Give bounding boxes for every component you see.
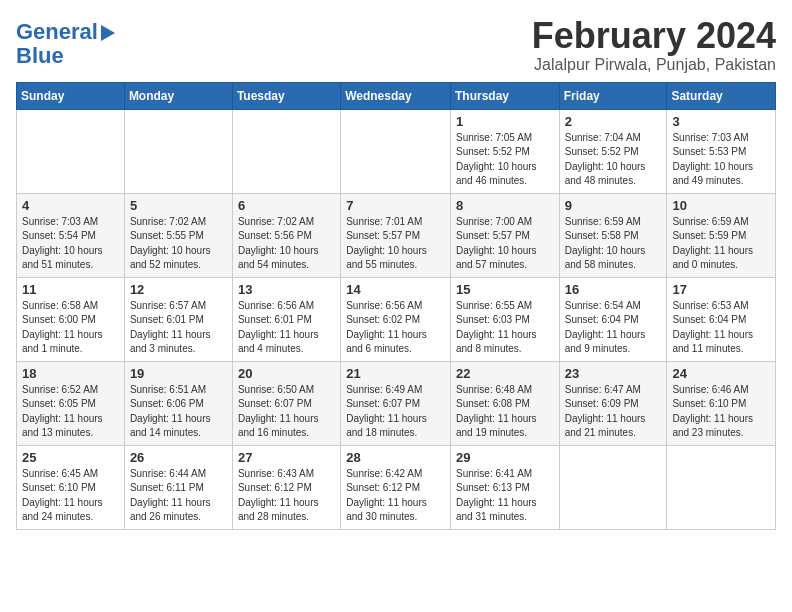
day-cell: [17, 109, 125, 193]
day-number: 23: [565, 366, 662, 381]
day-info: Sunrise: 7:04 AM Sunset: 5:52 PM Dayligh…: [565, 131, 662, 189]
day-info: Sunrise: 7:02 AM Sunset: 5:56 PM Dayligh…: [238, 215, 335, 273]
day-info: Sunrise: 6:58 AM Sunset: 6:00 PM Dayligh…: [22, 299, 119, 357]
logo-arrow-icon: [101, 25, 115, 41]
day-cell: 18Sunrise: 6:52 AM Sunset: 6:05 PM Dayli…: [17, 361, 125, 445]
day-cell: 12Sunrise: 6:57 AM Sunset: 6:01 PM Dayli…: [124, 277, 232, 361]
day-info: Sunrise: 6:45 AM Sunset: 6:10 PM Dayligh…: [22, 467, 119, 525]
day-info: Sunrise: 7:02 AM Sunset: 5:55 PM Dayligh…: [130, 215, 227, 273]
col-monday: Monday: [124, 82, 232, 109]
day-info: Sunrise: 6:48 AM Sunset: 6:08 PM Dayligh…: [456, 383, 554, 441]
day-cell: 11Sunrise: 6:58 AM Sunset: 6:00 PM Dayli…: [17, 277, 125, 361]
day-info: Sunrise: 6:53 AM Sunset: 6:04 PM Dayligh…: [672, 299, 770, 357]
day-info: Sunrise: 6:42 AM Sunset: 6:12 PM Dayligh…: [346, 467, 445, 525]
day-number: 24: [672, 366, 770, 381]
day-info: Sunrise: 6:43 AM Sunset: 6:12 PM Dayligh…: [238, 467, 335, 525]
logo: General Blue: [16, 20, 115, 68]
week-row-1: 1Sunrise: 7:05 AM Sunset: 5:52 PM Daylig…: [17, 109, 776, 193]
day-number: 10: [672, 198, 770, 213]
day-cell: 4Sunrise: 7:03 AM Sunset: 5:54 PM Daylig…: [17, 193, 125, 277]
col-tuesday: Tuesday: [232, 82, 340, 109]
day-info: Sunrise: 6:41 AM Sunset: 6:13 PM Dayligh…: [456, 467, 554, 525]
day-info: Sunrise: 7:03 AM Sunset: 5:53 PM Dayligh…: [672, 131, 770, 189]
day-info: Sunrise: 6:46 AM Sunset: 6:10 PM Dayligh…: [672, 383, 770, 441]
day-info: Sunrise: 6:57 AM Sunset: 6:01 PM Dayligh…: [130, 299, 227, 357]
calendar-title: February 2024: [532, 16, 776, 56]
day-number: 16: [565, 282, 662, 297]
day-number: 11: [22, 282, 119, 297]
day-info: Sunrise: 6:55 AM Sunset: 6:03 PM Dayligh…: [456, 299, 554, 357]
day-cell: 25Sunrise: 6:45 AM Sunset: 6:10 PM Dayli…: [17, 445, 125, 529]
day-cell: 27Sunrise: 6:43 AM Sunset: 6:12 PM Dayli…: [232, 445, 340, 529]
calendar-table: Sunday Monday Tuesday Wednesday Thursday…: [16, 82, 776, 530]
day-info: Sunrise: 6:56 AM Sunset: 6:01 PM Dayligh…: [238, 299, 335, 357]
day-cell: 2Sunrise: 7:04 AM Sunset: 5:52 PM Daylig…: [559, 109, 667, 193]
day-number: 12: [130, 282, 227, 297]
day-info: Sunrise: 6:54 AM Sunset: 6:04 PM Dayligh…: [565, 299, 662, 357]
day-cell: 26Sunrise: 6:44 AM Sunset: 6:11 PM Dayli…: [124, 445, 232, 529]
day-number: 25: [22, 450, 119, 465]
header-row: Sunday Monday Tuesday Wednesday Thursday…: [17, 82, 776, 109]
day-number: 5: [130, 198, 227, 213]
day-cell: 15Sunrise: 6:55 AM Sunset: 6:03 PM Dayli…: [450, 277, 559, 361]
day-cell: 22Sunrise: 6:48 AM Sunset: 6:08 PM Dayli…: [450, 361, 559, 445]
day-info: Sunrise: 6:52 AM Sunset: 6:05 PM Dayligh…: [22, 383, 119, 441]
day-number: 20: [238, 366, 335, 381]
header: General Blue February 2024 Jalalpur Pirw…: [16, 16, 776, 74]
day-cell: [341, 109, 451, 193]
day-info: Sunrise: 6:50 AM Sunset: 6:07 PM Dayligh…: [238, 383, 335, 441]
day-number: 14: [346, 282, 445, 297]
day-cell: 19Sunrise: 6:51 AM Sunset: 6:06 PM Dayli…: [124, 361, 232, 445]
col-wednesday: Wednesday: [341, 82, 451, 109]
day-info: Sunrise: 7:05 AM Sunset: 5:52 PM Dayligh…: [456, 131, 554, 189]
day-cell: 20Sunrise: 6:50 AM Sunset: 6:07 PM Dayli…: [232, 361, 340, 445]
day-cell: 16Sunrise: 6:54 AM Sunset: 6:04 PM Dayli…: [559, 277, 667, 361]
day-cell: 21Sunrise: 6:49 AM Sunset: 6:07 PM Dayli…: [341, 361, 451, 445]
day-number: 4: [22, 198, 119, 213]
day-cell: [559, 445, 667, 529]
week-row-5: 25Sunrise: 6:45 AM Sunset: 6:10 PM Dayli…: [17, 445, 776, 529]
day-number: 22: [456, 366, 554, 381]
col-sunday: Sunday: [17, 82, 125, 109]
day-cell: 5Sunrise: 7:02 AM Sunset: 5:55 PM Daylig…: [124, 193, 232, 277]
calendar-header: Sunday Monday Tuesday Wednesday Thursday…: [17, 82, 776, 109]
day-info: Sunrise: 6:51 AM Sunset: 6:06 PM Dayligh…: [130, 383, 227, 441]
day-cell: 7Sunrise: 7:01 AM Sunset: 5:57 PM Daylig…: [341, 193, 451, 277]
day-cell: 29Sunrise: 6:41 AM Sunset: 6:13 PM Dayli…: [450, 445, 559, 529]
day-cell: [667, 445, 776, 529]
day-info: Sunrise: 7:01 AM Sunset: 5:57 PM Dayligh…: [346, 215, 445, 273]
title-section: February 2024 Jalalpur Pirwala, Punjab, …: [532, 16, 776, 74]
day-number: 19: [130, 366, 227, 381]
day-info: Sunrise: 7:03 AM Sunset: 5:54 PM Dayligh…: [22, 215, 119, 273]
day-number: 8: [456, 198, 554, 213]
day-number: 6: [238, 198, 335, 213]
day-number: 3: [672, 114, 770, 129]
day-cell: [124, 109, 232, 193]
day-cell: 8Sunrise: 7:00 AM Sunset: 5:57 PM Daylig…: [450, 193, 559, 277]
day-number: 29: [456, 450, 554, 465]
day-info: Sunrise: 6:49 AM Sunset: 6:07 PM Dayligh…: [346, 383, 445, 441]
day-number: 28: [346, 450, 445, 465]
day-cell: 17Sunrise: 6:53 AM Sunset: 6:04 PM Dayli…: [667, 277, 776, 361]
week-row-4: 18Sunrise: 6:52 AM Sunset: 6:05 PM Dayli…: [17, 361, 776, 445]
day-number: 9: [565, 198, 662, 213]
day-number: 26: [130, 450, 227, 465]
week-row-2: 4Sunrise: 7:03 AM Sunset: 5:54 PM Daylig…: [17, 193, 776, 277]
day-cell: 28Sunrise: 6:42 AM Sunset: 6:12 PM Dayli…: [341, 445, 451, 529]
day-cell: 1Sunrise: 7:05 AM Sunset: 5:52 PM Daylig…: [450, 109, 559, 193]
day-cell: 9Sunrise: 6:59 AM Sunset: 5:58 PM Daylig…: [559, 193, 667, 277]
day-info: Sunrise: 6:59 AM Sunset: 5:58 PM Dayligh…: [565, 215, 662, 273]
day-number: 21: [346, 366, 445, 381]
day-cell: [232, 109, 340, 193]
col-thursday: Thursday: [450, 82, 559, 109]
day-cell: 3Sunrise: 7:03 AM Sunset: 5:53 PM Daylig…: [667, 109, 776, 193]
day-cell: 10Sunrise: 6:59 AM Sunset: 5:59 PM Dayli…: [667, 193, 776, 277]
calendar-body: 1Sunrise: 7:05 AM Sunset: 5:52 PM Daylig…: [17, 109, 776, 529]
day-number: 13: [238, 282, 335, 297]
day-cell: 6Sunrise: 7:02 AM Sunset: 5:56 PM Daylig…: [232, 193, 340, 277]
day-info: Sunrise: 6:59 AM Sunset: 5:59 PM Dayligh…: [672, 215, 770, 273]
day-number: 27: [238, 450, 335, 465]
day-cell: 13Sunrise: 6:56 AM Sunset: 6:01 PM Dayli…: [232, 277, 340, 361]
calendar-subtitle: Jalalpur Pirwala, Punjab, Pakistan: [532, 56, 776, 74]
day-info: Sunrise: 7:00 AM Sunset: 5:57 PM Dayligh…: [456, 215, 554, 273]
